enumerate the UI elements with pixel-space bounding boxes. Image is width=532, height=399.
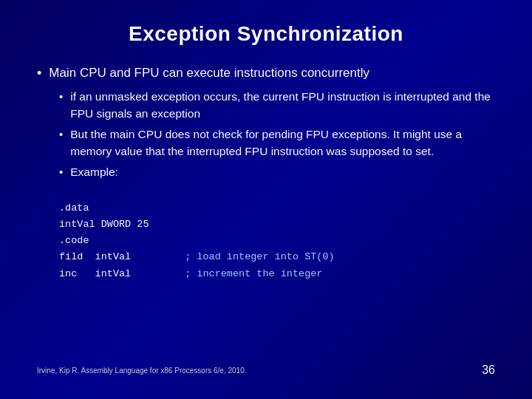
code-text-4: fild intVal bbox=[59, 249, 185, 265]
code-block: .data intVal DWORD 25 .code fild intVal … bbox=[59, 200, 495, 282]
footer-citation: Irvine, Kip R. Assembly Language for x86… bbox=[37, 366, 247, 375]
sub-dot-1: • bbox=[59, 89, 63, 105]
slide-content: • Main CPU and FPU can execute instructi… bbox=[37, 64, 495, 356]
sub-dot-2: • bbox=[59, 126, 63, 143]
code-line-4: fild intVal ; load integer into ST(0) bbox=[59, 249, 495, 265]
sub-bullet-3: • Example: bbox=[59, 164, 495, 180]
sub-bullet-3-text: Example: bbox=[70, 164, 118, 180]
code-text-5: inc intVal bbox=[59, 266, 185, 282]
bullet-dot-main: • bbox=[37, 64, 41, 83]
code-text-3: .code bbox=[59, 233, 89, 249]
code-comment-4: ; load integer into ST(0) bbox=[185, 249, 335, 265]
sub-bullet-1-text: if an unmasked exception occurs, the cur… bbox=[70, 89, 495, 122]
code-comment-5: ; increment the integer bbox=[185, 266, 322, 282]
page-number: 36 bbox=[482, 364, 495, 377]
sub-bullet-1: • if an unmasked exception occurs, the c… bbox=[59, 89, 495, 122]
code-line-3: .code bbox=[59, 233, 495, 249]
sub-dot-3: • bbox=[59, 164, 63, 180]
sub-bullet-2-text: But the main CPU does not check for pend… bbox=[70, 126, 495, 160]
sub-bullets: • if an unmasked exception occurs, the c… bbox=[59, 89, 495, 180]
slide-footer: Irvine, Kip R. Assembly Language for x86… bbox=[37, 356, 495, 377]
slide: Exception Synchronization • Main CPU and… bbox=[0, 0, 532, 399]
slide-title: Exception Synchronization bbox=[37, 22, 495, 46]
main-bullet: • Main CPU and FPU can execute instructi… bbox=[37, 64, 495, 83]
code-line-2: intVal DWORD 25 bbox=[59, 216, 495, 233]
code-text-2: intVal DWORD 25 bbox=[59, 216, 149, 233]
code-text-1: .data bbox=[59, 200, 89, 216]
code-line-5: inc intVal ; increment the integer bbox=[59, 266, 495, 282]
main-bullet-text: Main CPU and FPU can execute instruction… bbox=[49, 64, 369, 82]
sub-bullet-2: • But the main CPU does not check for pe… bbox=[59, 126, 495, 160]
code-line-1: .data bbox=[59, 200, 495, 216]
